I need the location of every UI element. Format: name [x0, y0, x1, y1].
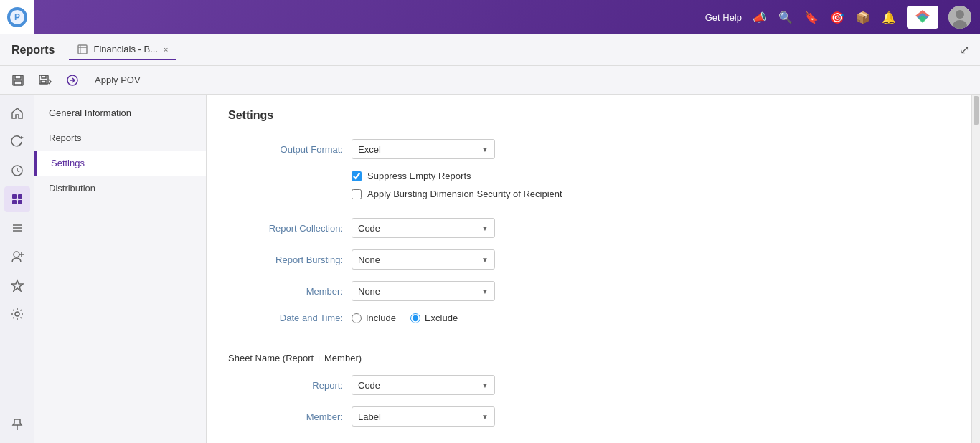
sheet-name-label: Sheet Name (Report + Member) [228, 353, 950, 363]
report-bursting-control: None ▼ [352, 249, 495, 270]
nav-home-icon[interactable] [4, 100, 30, 126]
member-control: None ▼ [352, 281, 495, 301]
cube-icon[interactable]: 📦 [855, 9, 871, 25]
suppress-empty-checkbox[interactable] [352, 171, 362, 181]
svg-marker-31 [11, 280, 23, 291]
right-scrollbar[interactable] [971, 95, 980, 443]
user-avatar[interactable] [948, 6, 971, 29]
sheet-report-control: Code ▼ [352, 375, 495, 395]
report-collection-value: Code [358, 223, 380, 234]
sheet-member-control: Label ▼ [352, 406, 495, 427]
apply-bursting-row: Apply Bursting Dimension Security of Rec… [352, 189, 950, 199]
expand-icon[interactable]: ⤢ [954, 40, 974, 60]
navigate-button[interactable] [62, 70, 83, 91]
nav-star-icon[interactable] [4, 272, 30, 298]
bookmark-icon[interactable]: 🔖 [804, 9, 819, 25]
output-format-dropdown[interactable]: Excel ▼ [352, 139, 495, 159]
exclude-radio[interactable] [410, 313, 420, 323]
sheet-report-arrow: ▼ [481, 381, 489, 389]
sidebar-item-settings[interactable]: Settings [34, 151, 206, 176]
sheet-report-dropdown[interactable]: Code ▼ [352, 375, 495, 395]
report-bursting-dropdown[interactable]: None ▼ [352, 249, 495, 270]
tab-toolbar: Reports Financials - B... × ⤢ [0, 34, 980, 66]
member-label: Member: [228, 286, 343, 297]
svg-text:P: P [14, 12, 20, 22]
svg-rect-8 [78, 45, 87, 54]
apply-pov-button[interactable]: Apply POV [89, 72, 146, 88]
page-title: Reports [6, 44, 60, 57]
member-value: None [358, 286, 380, 297]
suppress-empty-label: Suppress Empty Reports [367, 171, 471, 181]
nav-pin-icon[interactable] [4, 411, 30, 437]
member-row: Member: None ▼ [228, 281, 950, 301]
include-option[interactable]: Include [352, 313, 396, 323]
tab-close-button[interactable]: × [164, 45, 168, 54]
get-help-label: Get Help [705, 12, 742, 23]
sidebar-item-general-information[interactable]: General Information [34, 100, 206, 125]
tab-label: Financials - B... [93, 44, 158, 54]
date-time-control: Include Exclude [352, 313, 458, 323]
left-panel: General Information Reports Settings Dis… [34, 95, 207, 443]
svg-rect-13 [14, 81, 22, 85]
sidebar-item-reports[interactable]: Reports [34, 125, 206, 151]
section-divider [228, 338, 950, 338]
include-radio[interactable] [352, 313, 362, 323]
apply-bursting-label: Apply Bursting Dimension Security of Rec… [367, 189, 562, 199]
output-format-row: Output Format: Excel ▼ [228, 139, 950, 159]
save-as-button[interactable] [34, 70, 56, 91]
get-help-button[interactable]: Get Help [705, 12, 742, 23]
sheet-member-label: Member: [228, 411, 343, 422]
nav-gear-icon[interactable] [4, 301, 30, 327]
app-logo: P [7, 7, 27, 27]
svg-rect-24 [18, 200, 22, 204]
sheet-report-value: Code [358, 380, 380, 391]
report-collection-row: Report Collection: Code ▼ [228, 218, 950, 238]
megaphone-icon[interactable]: 📣 [752, 9, 768, 25]
action-toolbar: Apply POV [0, 66, 980, 95]
bell-icon[interactable]: 🔔 [881, 9, 897, 25]
output-format-arrow: ▼ [481, 146, 489, 153]
report-collection-label: Report Collection: [228, 223, 343, 234]
product-logo [907, 6, 938, 29]
include-label: Include [366, 313, 396, 323]
search-icon[interactable]: 🔍 [778, 9, 793, 25]
report-bursting-arrow: ▼ [481, 256, 489, 264]
svg-point-6 [956, 10, 964, 19]
nav-clock-icon[interactable] [4, 158, 30, 184]
scrollbar-thumb[interactable] [974, 96, 979, 125]
sheet-report-label: Report: [228, 380, 343, 391]
exclude-label: Exclude [425, 313, 458, 323]
settings-content: Settings Output Format: Excel ▼ Suppress… [207, 95, 971, 443]
nav-person-add-icon[interactable] [4, 244, 30, 270]
exclude-option[interactable]: Exclude [410, 313, 458, 323]
sidebar-item-distribution[interactable]: Distribution [34, 176, 206, 201]
nav-refresh-icon[interactable] [4, 129, 30, 155]
nav-apps-icon[interactable] [4, 186, 30, 212]
output-format-value: Excel [358, 144, 381, 155]
active-tab[interactable]: Financials - B... × [69, 39, 176, 60]
svg-rect-15 [42, 75, 46, 78]
settings-title: Settings [228, 109, 950, 122]
output-format-control: Excel ▼ [352, 139, 495, 159]
save-button[interactable] [7, 70, 29, 91]
date-time-label: Date and Time: [228, 313, 343, 323]
crosshair-icon[interactable]: 🎯 [829, 9, 845, 25]
report-collection-arrow: ▼ [481, 224, 489, 232]
nav-list-icon[interactable] [4, 215, 30, 241]
app-logo-container: P [0, 0, 34, 34]
svg-rect-16 [41, 80, 46, 83]
svg-line-20 [17, 171, 19, 172]
svg-rect-22 [18, 194, 22, 199]
report-bursting-value: None [358, 254, 380, 265]
svg-rect-21 [12, 194, 17, 199]
output-format-label: Output Format: [228, 144, 343, 155]
suppress-empty-row: Suppress Empty Reports [352, 171, 950, 181]
report-collection-dropdown[interactable]: Code ▼ [352, 218, 495, 238]
sheet-member-dropdown[interactable]: Label ▼ [352, 406, 495, 427]
apply-bursting-checkbox[interactable] [352, 189, 362, 199]
report-bursting-row: Report Bursting: None ▼ [228, 249, 950, 270]
report-collection-control: Code ▼ [352, 218, 495, 238]
member-dropdown[interactable]: None ▼ [352, 281, 495, 301]
left-nav [0, 95, 34, 443]
sheet-report-row: Report: Code ▼ [228, 375, 950, 395]
